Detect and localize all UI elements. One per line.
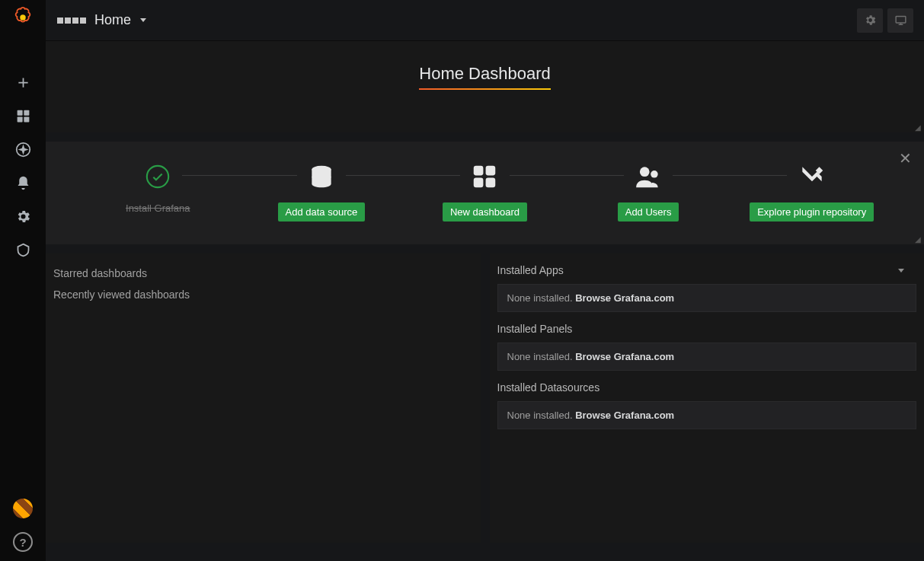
svg-rect-1 <box>17 110 22 115</box>
svg-rect-12 <box>486 178 496 188</box>
section-title: Installed Panels <box>497 323 917 335</box>
svg-point-0 <box>20 14 26 21</box>
resize-handle-icon: ◢ <box>915 237 921 243</box>
configuration-icon[interactable] <box>0 199 46 233</box>
breadcrumb-label: Home <box>94 12 131 28</box>
plugin-none-box: None installed. Browse Grafana.com <box>497 401 917 429</box>
svg-rect-9 <box>474 166 484 176</box>
create-icon[interactable] <box>0 65 46 99</box>
add-data-source-icon <box>307 161 336 192</box>
svg-rect-10 <box>486 166 496 176</box>
add-data-source-button[interactable]: Add data source <box>278 202 366 222</box>
new-dashboard-button[interactable]: New dashboard <box>443 202 527 222</box>
install-grafana-icon <box>145 161 171 192</box>
recent-dashboards-header: Recently viewed dashboards <box>53 288 473 301</box>
dashboard-grid-icon <box>56 17 87 24</box>
section-title: Installed Apps <box>497 264 917 276</box>
add-users-button[interactable]: Add Users <box>618 202 679 222</box>
section-title: Installed Datasources <box>497 381 917 394</box>
svg-point-7 <box>147 166 168 187</box>
dashboard-picker[interactable]: Home <box>56 12 146 28</box>
sidebar: ? <box>0 0 46 561</box>
plugin-section: Installed PanelsNone installed. Browse G… <box>497 323 917 371</box>
svg-rect-4 <box>24 116 29 122</box>
browse-link[interactable]: Browse Grafana.com <box>575 351 674 362</box>
plugin-section: Installed DatasourcesNone installed. Bro… <box>497 381 917 429</box>
user-avatar[interactable] <box>13 499 33 518</box>
new-dashboard-icon <box>470 161 499 192</box>
plugins-panel: Installed AppsNone installed. Browse Gra… <box>490 253 925 543</box>
page-title: Home Dashboard <box>419 64 550 90</box>
svg-point-14 <box>651 171 658 178</box>
svg-rect-3 <box>17 116 22 122</box>
step-add-users: Add Users <box>567 161 731 222</box>
step-explore-plugins: Explore plugin repository <box>730 161 894 222</box>
plugin-section: Installed AppsNone installed. Browse Gra… <box>497 264 917 312</box>
step-install-grafana: Install Grafana <box>76 161 240 214</box>
alerting-icon[interactable] <box>0 166 46 199</box>
svg-rect-2 <box>24 110 29 115</box>
server-admin-icon[interactable] <box>0 233 46 266</box>
explore-plugins-button[interactable]: Explore plugin repository <box>750 202 874 222</box>
chevron-down-icon[interactable] <box>898 269 904 273</box>
close-icon[interactable]: ✕ <box>899 149 912 167</box>
getting-started-panel: ✕ Install GrafanaAdd data sourceNew dash… <box>46 142 924 244</box>
svg-point-13 <box>640 167 650 177</box>
title-panel: Home Dashboard ◢ <box>46 41 924 132</box>
starred-dashboards-header: Starred dashboards <box>53 267 473 279</box>
dashboards-icon[interactable] <box>0 99 46 132</box>
explore-icon[interactable] <box>0 132 46 166</box>
browse-link[interactable]: Browse Grafana.com <box>575 292 674 304</box>
browse-link[interactable]: Browse Grafana.com <box>575 410 674 421</box>
step-label: Install Grafana <box>126 202 190 214</box>
topbar: Home <box>46 0 924 41</box>
add-users-icon <box>634 161 663 192</box>
chevron-down-icon <box>140 18 146 22</box>
grafana-logo[interactable] <box>11 6 34 29</box>
plugin-none-box: None installed. Browse Grafana.com <box>497 284 917 312</box>
step-new-dashboard: New dashboard <box>403 161 567 222</box>
cycle-view-button[interactable] <box>887 8 913 33</box>
explore-plugins-icon <box>798 161 826 192</box>
dashboards-panel: Starred dashboards Recently viewed dashb… <box>46 253 481 543</box>
settings-button[interactable] <box>857 8 883 33</box>
step-add-data-source: Add data source <box>240 161 404 222</box>
help-icon[interactable]: ? <box>13 532 33 552</box>
plugin-none-box: None installed. Browse Grafana.com <box>497 343 917 371</box>
svg-rect-11 <box>474 178 484 188</box>
svg-rect-6 <box>896 17 906 24</box>
resize-handle-icon: ◢ <box>915 125 921 131</box>
